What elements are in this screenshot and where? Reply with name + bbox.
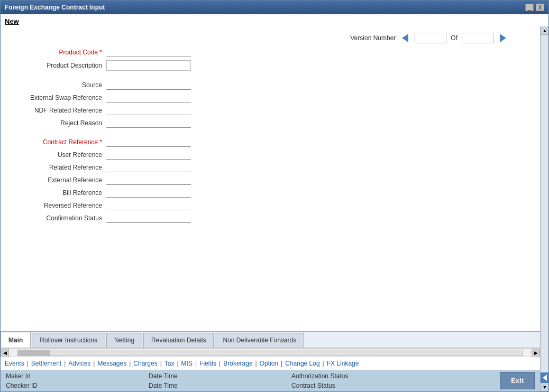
link-charges[interactable]: Charges: [133, 360, 157, 367]
date-time-field2: Date Time: [149, 382, 286, 389]
link-settlement[interactable]: Settlement: [31, 360, 61, 367]
tabs-bar: Main Rollover Instructions Netting Reval…: [1, 331, 540, 348]
exit-button[interactable]: Exit: [500, 372, 535, 389]
external-reference-input[interactable]: [106, 175, 191, 185]
bill-reference-input[interactable]: [106, 188, 191, 198]
main-content: New Version Number Of: [1, 14, 548, 391]
related-reference-row: Related Reference: [11, 163, 529, 172]
link-option[interactable]: Option: [260, 360, 278, 367]
tab-revaluation[interactable]: Revaluation Details: [143, 333, 214, 348]
form-fields: Product Code * Product Description Sourc…: [1, 48, 540, 226]
link-mis[interactable]: MIS: [181, 360, 193, 367]
exit-area: Exit: [495, 372, 535, 389]
bill-reference-row: Bill Reference: [11, 188, 529, 198]
spacer1: [11, 74, 529, 80]
content-main: Version Number Of: [1, 26, 540, 391]
close-button[interactable]: X: [536, 4, 544, 11]
scroll-up-button[interactable]: ▲: [541, 26, 548, 35]
tab-main[interactable]: Main: [1, 332, 31, 348]
tab-non-deliverable[interactable]: Non Deliverable Forwards: [215, 333, 304, 348]
contract-status-field: Contract Status: [291, 382, 495, 389]
user-reference-label: User Reference: [11, 151, 106, 158]
scrollbar-thumb: [18, 350, 50, 356]
product-code-input[interactable]: [106, 48, 191, 57]
reversed-reference-row: Reversed Reference: [11, 201, 529, 210]
date-time-label1: Date Time: [149, 372, 178, 380]
sep11: |: [323, 360, 324, 367]
scroll-track: [541, 35, 548, 372]
main-window: Foreign Exchange Contract Input _ X New …: [0, 0, 549, 392]
version-prev-button[interactable]: [400, 33, 410, 43]
collapse-icon: [543, 375, 547, 381]
status-bar: Maker Id Date Time Authorization Status …: [1, 370, 540, 391]
new-label[interactable]: New: [1, 14, 548, 26]
date-time-field1: Date Time: [149, 372, 286, 380]
contract-status-label: Contract Status: [291, 382, 335, 389]
content-with-scroll: Version Number Of: [1, 26, 548, 391]
sep3: |: [93, 360, 95, 367]
contract-reference-row: Contract Reference *: [11, 137, 529, 147]
ndf-related-reference-input[interactable]: [106, 106, 191, 115]
minimize-button[interactable]: _: [525, 4, 534, 11]
source-row: Source: [11, 80, 529, 90]
link-brokerage[interactable]: Brokerage: [223, 360, 252, 367]
product-description-row: Product Description: [11, 60, 529, 71]
sep10: |: [281, 360, 282, 367]
version-row: Version Number Of: [1, 29, 540, 48]
product-code-label: Product Code *: [11, 49, 106, 56]
sep9: |: [255, 360, 257, 367]
link-tax[interactable]: Tax: [164, 360, 175, 367]
status-grid: Maker Id Date Time Authorization Status …: [6, 372, 495, 389]
source-input[interactable]: [106, 80, 191, 90]
user-reference-input[interactable]: [106, 150, 191, 160]
version-of-label: Of: [451, 34, 458, 42]
version-of-input[interactable]: [462, 33, 493, 43]
sep6: |: [177, 360, 178, 367]
checker-id-field: Checker ID: [6, 382, 143, 389]
tab-netting[interactable]: Netting: [106, 333, 142, 348]
collapse-button[interactable]: [541, 372, 548, 383]
checker-id-label: Checker ID: [6, 382, 38, 389]
reject-reason-input[interactable]: [106, 118, 191, 128]
related-reference-input[interactable]: [106, 163, 191, 172]
title-bar-controls: _ X: [525, 4, 544, 11]
confirmation-status-input[interactable]: [106, 213, 191, 223]
link-advices[interactable]: Advices: [68, 360, 90, 367]
links-bar: Events | Settlement | Advices | Messages…: [1, 357, 540, 370]
ndf-related-reference-row: NDF Related Reference: [11, 106, 529, 115]
product-description-label: Product Description: [11, 62, 106, 69]
arrow-left-icon: [402, 34, 408, 42]
contract-reference-input[interactable]: [106, 137, 191, 147]
confirmation-status-label: Confirmation Status: [11, 214, 106, 222]
auth-status-field: Authorization Status: [291, 372, 495, 380]
link-fx-linkage[interactable]: FX Linkage: [327, 360, 359, 367]
horizontal-scrollbar[interactable]: ◀ ▶: [1, 348, 540, 357]
spacer2: [11, 131, 529, 137]
external-reference-row: External Reference: [11, 175, 529, 185]
external-swap-reference-input[interactable]: [106, 93, 191, 102]
scroll-down-button[interactable]: ▼: [541, 383, 548, 391]
sep8: |: [219, 360, 221, 367]
related-reference-label: Related Reference: [11, 164, 106, 171]
scrollbar-track[interactable]: [17, 350, 523, 356]
link-events[interactable]: Events: [5, 360, 24, 367]
reversed-reference-input[interactable]: [106, 201, 191, 210]
maker-id-field: Maker Id: [6, 372, 143, 380]
right-scrollbar: ▲ ▼: [540, 26, 548, 391]
sep1: |: [27, 360, 29, 367]
external-swap-reference-label: External Swap Reference: [11, 94, 106, 101]
form-area: Version Number Of: [1, 26, 540, 331]
link-change-log[interactable]: Change Log: [285, 360, 319, 367]
version-next-button[interactable]: [498, 33, 508, 43]
version-number-input[interactable]: [415, 33, 446, 43]
bill-reference-label: Bill Reference: [11, 189, 106, 197]
scroll-right-arrow[interactable]: ▶: [532, 349, 540, 357]
product-description-input[interactable]: [106, 60, 191, 71]
link-fields[interactable]: Fields: [199, 360, 216, 367]
tab-rollover[interactable]: Rollover Instructions: [32, 333, 105, 348]
link-messages[interactable]: Messages: [97, 360, 126, 367]
ndf-related-reference-label: NDF Related Reference: [11, 107, 106, 114]
reversed-reference-label: Reversed Reference: [11, 202, 106, 209]
sep4: |: [129, 360, 131, 367]
scroll-left-arrow[interactable]: ◀: [1, 349, 9, 357]
